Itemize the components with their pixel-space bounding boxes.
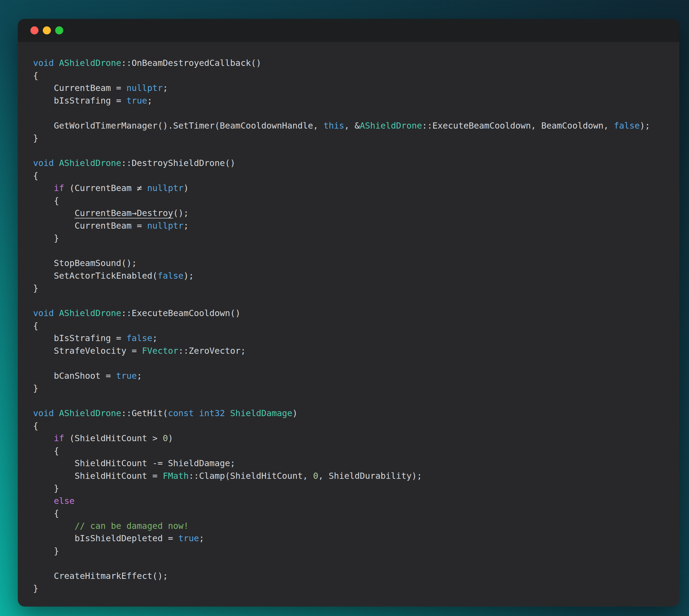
code-token-pl: bIsShieldDepleted = [33, 533, 178, 543]
code-line: { [33, 195, 669, 207]
code-token-pl: } [33, 483, 59, 493]
code-line: } [33, 482, 669, 495]
code-line: StopBeamSound(); [33, 257, 669, 269]
code-token-pl: ShieldHitCount = [33, 471, 163, 481]
maximize-button[interactable] [55, 26, 63, 35]
code-line: { [33, 170, 669, 182]
code-token-pl: ; [152, 333, 157, 343]
code-token-kw: true [127, 95, 147, 106]
desktop-background: { "colors": { "bg_dark": "#0f2733", "bg_… [0, 0, 689, 616]
code-token-pl: bCanShoot = [33, 371, 116, 381]
code-line: if (CurrentBeam ≠ nullptr) [33, 182, 669, 195]
code-line [33, 294, 669, 307]
code-token-type: AShieldDrone [59, 158, 121, 168]
code-token-pl: ::DestroyShieldDrone() [122, 158, 236, 168]
code-token-pl: (ShieldHitCount > [64, 433, 163, 443]
code-line [33, 145, 669, 157]
code-line: } [33, 132, 669, 145]
code-token-pl: } [33, 383, 38, 393]
code-token-ctrl: else [54, 496, 74, 506]
code-line: } [33, 382, 669, 395]
code-line: ShieldHitCount = FMath::Clamp(ShieldHitC… [33, 470, 669, 482]
code-line: void AShieldDrone::GetHit(const int32 Sh… [33, 407, 669, 420]
code-token-pl: StopBeamSound(); [33, 258, 137, 268]
code-line: ShieldHitCount -= ShieldDamage; [33, 457, 669, 470]
code-token-pl: { [33, 421, 38, 431]
code-token-num: 0 [313, 471, 318, 481]
code-line: } [33, 282, 669, 294]
code-token-kw: void [33, 308, 54, 318]
editor-window: void AShieldDrone::OnBeamDestroyedCallba… [18, 19, 679, 607]
code-token-pl: { [33, 70, 38, 81]
code-token-pl: GetWorldTimerManager().SetTimer(BeamCool… [33, 120, 323, 131]
code-token-type: AShieldDrone [59, 308, 121, 318]
code-line [33, 244, 669, 257]
code-line: if (ShieldHitCount > 0) [33, 432, 669, 445]
code-token-pl: ::OnBeamDestroyedCallback() [122, 58, 261, 68]
code-token-pl [54, 58, 59, 68]
code-token-kw: void [33, 158, 54, 168]
code-line: bIsStrafing = false; [33, 332, 669, 345]
code-line: StrafeVelocity = FVector::ZeroVector; [33, 345, 669, 357]
window-titlebar [18, 19, 679, 42]
code-line: { [33, 320, 669, 332]
code-token-kw: false [614, 120, 640, 131]
code-token-cmt: // can be damaged now! [74, 521, 189, 531]
code-token-kw: false [157, 271, 183, 281]
code-line: CurrentBeam→Destroy(); [33, 207, 669, 220]
code-line: void AShieldDrone::ExecuteBeamCooldown() [33, 307, 669, 320]
code-token-pl: ShieldHitCount -= ShieldDamage; [33, 458, 235, 468]
code-line: bCanShoot = true; [33, 370, 669, 382]
code-token-pl: ) [168, 433, 173, 443]
code-line: CurrentBeam = nullptr; [33, 82, 669, 94]
code-token-kw: true [178, 533, 199, 543]
code-line: // can be damaged now! [33, 520, 669, 532]
code-token-pl: ); [184, 271, 194, 281]
code-area[interactable]: void AShieldDrone::OnBeamDestroyedCallba… [18, 42, 679, 607]
code-token-pl: , ShieldDurability); [318, 471, 422, 481]
code-token-pl [33, 521, 74, 531]
code-token-pl: ::GetHit( [122, 408, 168, 418]
code-token-kw: const [168, 408, 194, 418]
code-token-pl [54, 158, 59, 168]
code-token-link: CurrentBeam→Destroy [74, 208, 173, 218]
code-token-pl: } [33, 546, 59, 556]
minimize-button[interactable] [43, 26, 51, 35]
code-token-pl [33, 496, 54, 506]
code-line: { [33, 420, 669, 432]
code-line: } [33, 545, 669, 557]
code-line: { [33, 69, 669, 82]
code-token-kw: this [323, 120, 344, 131]
code-token-ctrl: if [54, 433, 64, 443]
code-token-pl: } [33, 233, 59, 243]
code-token-pl: { [33, 508, 59, 519]
code-token-pl: ::ExecuteBeamCooldown, BeamCooldown, [422, 120, 614, 131]
code-token-pl: , & [344, 120, 360, 131]
code-token-kw: void [33, 408, 54, 418]
code-token-num: 0 [163, 433, 168, 443]
code-line: } [33, 232, 669, 244]
code-token-type: ShieldDamage [230, 408, 292, 418]
code-token-pl: ; [137, 371, 142, 381]
code-token-kw: true [116, 371, 137, 381]
code-token-type: FMath [163, 471, 189, 481]
code-token-pl: CurrentBeam = [33, 221, 147, 231]
code-line [33, 107, 669, 119]
code-token-kw: false [127, 333, 152, 343]
code-token-pl: } [33, 583, 38, 593]
code-token-pl: { [33, 446, 59, 456]
code-token-pl: ; [199, 533, 204, 543]
code-line: SetActorTickEnabled(false); [33, 269, 669, 282]
close-button[interactable] [30, 26, 39, 35]
code-line: { [33, 445, 669, 457]
code-token-pl [194, 408, 199, 418]
code-token-pl: ; [163, 83, 168, 93]
code-token-pl: ; [147, 95, 152, 106]
code-line [33, 557, 669, 570]
code-token-pl [54, 308, 59, 318]
code-line: else [33, 495, 669, 507]
code-token-pl: CurrentBeam = [33, 83, 127, 93]
code-token-pl: ::ExecuteBeamCooldown() [122, 308, 241, 318]
code-token-pl [33, 433, 54, 443]
code-token-pl: (CurrentBeam ≠ [64, 183, 147, 193]
